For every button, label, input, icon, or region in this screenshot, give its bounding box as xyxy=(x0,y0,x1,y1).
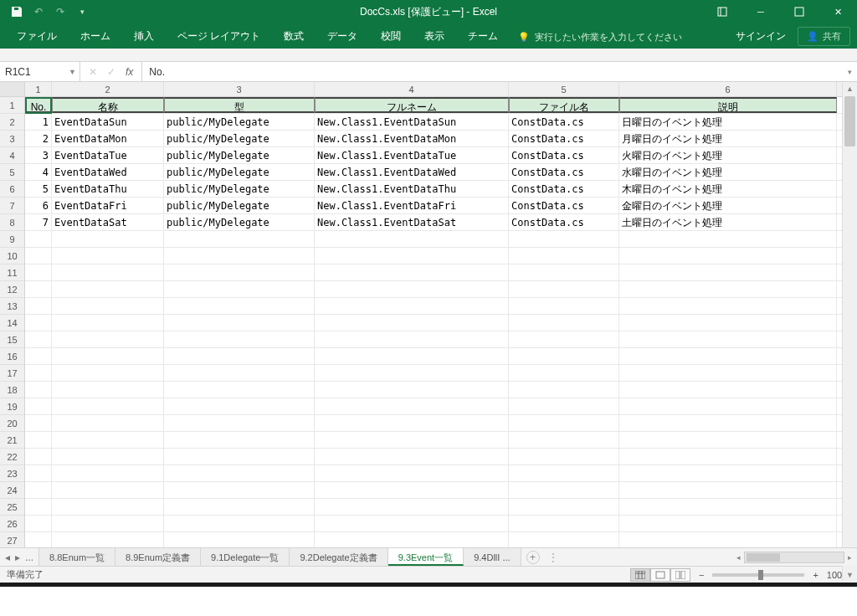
sheet-nav-ellipsis[interactable]: ... xyxy=(25,552,33,563)
cell[interactable]: New.Class1.EventDataThu xyxy=(315,181,509,197)
cell[interactable] xyxy=(619,516,837,531)
cell[interactable]: EventDataTue xyxy=(52,147,164,163)
cell[interactable] xyxy=(315,382,509,398)
col-header[interactable]: 2 xyxy=(52,82,164,96)
cell[interactable] xyxy=(25,331,52,347)
cell[interactable]: 1 xyxy=(25,114,52,130)
cell[interactable] xyxy=(509,298,619,314)
redo-icon[interactable]: ↷ xyxy=(54,5,67,18)
cell[interactable] xyxy=(164,415,315,431)
cell[interactable] xyxy=(315,532,509,547)
zoom-in-button[interactable]: + xyxy=(813,570,818,580)
row-header[interactable]: 16 xyxy=(0,348,24,365)
cell[interactable] xyxy=(619,298,837,314)
sheet-tab[interactable]: 9.3Event一覧 xyxy=(388,548,464,566)
hscrollbar-thumb[interactable] xyxy=(747,553,780,562)
cell[interactable] xyxy=(52,315,164,331)
cell[interactable]: 木曜日のイベント処理 xyxy=(619,181,837,197)
ribbon-tab-7[interactable]: 表示 xyxy=(413,24,456,49)
row-header[interactable]: 25 xyxy=(0,499,24,516)
cell[interactable]: public/MyDelegate xyxy=(164,114,315,130)
cell[interactable]: EventDataSun xyxy=(52,114,164,130)
cell[interactable] xyxy=(619,499,837,515)
row-header[interactable]: 14 xyxy=(0,315,24,331)
cell[interactable]: EventDataSat xyxy=(52,214,164,230)
cell[interactable] xyxy=(315,264,509,280)
cell[interactable]: 5 xyxy=(25,181,52,197)
col-header[interactable]: 3 xyxy=(164,82,315,96)
cell[interactable] xyxy=(509,331,619,347)
cell[interactable] xyxy=(619,532,837,547)
zoom-out-button[interactable]: − xyxy=(699,570,704,580)
cell[interactable] xyxy=(25,516,52,531)
cell[interactable] xyxy=(52,348,164,364)
row-header[interactable]: 20 xyxy=(0,415,24,432)
chevron-down-icon[interactable]: ▼ xyxy=(69,68,76,76)
cell[interactable] xyxy=(164,298,315,314)
cell[interactable]: 火曜日のイベント処理 xyxy=(619,147,837,163)
cell[interactable] xyxy=(52,482,164,498)
cell[interactable]: public/MyDelegate xyxy=(164,181,315,197)
cell[interactable] xyxy=(52,264,164,280)
cell[interactable] xyxy=(315,432,509,448)
cell[interactable] xyxy=(619,281,837,297)
ribbon-display-options[interactable] xyxy=(703,0,742,23)
cell[interactable] xyxy=(509,382,619,398)
cell[interactable] xyxy=(315,365,509,381)
zoom-slider-knob[interactable] xyxy=(758,570,763,580)
cell[interactable] xyxy=(52,382,164,398)
cell[interactable] xyxy=(509,315,619,331)
horizontal-scrollbar[interactable] xyxy=(744,552,844,563)
row-header[interactable]: 23 xyxy=(0,465,24,482)
cell[interactable]: EventDataFri xyxy=(52,198,164,213)
cell[interactable] xyxy=(52,331,164,347)
cell[interactable] xyxy=(25,315,52,331)
cell[interactable] xyxy=(315,415,509,431)
cell[interactable] xyxy=(25,365,52,381)
view-page-layout-button[interactable] xyxy=(650,568,670,582)
table-header-cell[interactable]: フルネーム xyxy=(315,97,509,113)
ribbon-tab-4[interactable]: 数式 xyxy=(272,24,316,49)
cell[interactable]: public/MyDelegate xyxy=(164,198,315,213)
enter-formula-icon[interactable]: ✓ xyxy=(107,66,115,78)
row-header[interactable]: 6 xyxy=(0,181,24,198)
cell[interactable] xyxy=(619,365,837,381)
cell[interactable]: New.Class1.EventDataWed xyxy=(315,164,509,180)
cell[interactable]: ConstData.cs xyxy=(509,164,619,180)
cell[interactable] xyxy=(619,348,837,364)
cell[interactable] xyxy=(25,398,52,414)
table-header-cell[interactable]: No. xyxy=(25,97,52,113)
cell[interactable] xyxy=(509,231,619,247)
cell[interactable] xyxy=(619,315,837,331)
ribbon-tab-8[interactable]: チーム xyxy=(456,24,510,49)
view-page-break-button[interactable] xyxy=(670,568,690,582)
sheet-tab[interactable]: 9.1Delegate一覧 xyxy=(201,548,290,566)
formula-bar[interactable]: No. ▾ xyxy=(142,62,857,81)
cell[interactable] xyxy=(315,516,509,531)
cell[interactable]: EventDataMon xyxy=(52,131,164,146)
cell[interactable] xyxy=(164,365,315,381)
row-header[interactable]: 19 xyxy=(0,398,24,415)
cell[interactable]: New.Class1.EventDataFri xyxy=(315,198,509,213)
cell[interactable] xyxy=(164,264,315,280)
cell[interactable] xyxy=(315,398,509,414)
close-button[interactable]: ✕ xyxy=(819,0,857,23)
row-header[interactable]: 27 xyxy=(0,532,24,549)
row-header[interactable]: 3 xyxy=(0,131,24,147)
cell[interactable] xyxy=(619,415,837,431)
cell[interactable]: 7 xyxy=(25,214,52,230)
cell[interactable]: 3 xyxy=(25,147,52,163)
cell[interactable] xyxy=(25,499,52,515)
cell[interactable] xyxy=(164,465,315,481)
cell[interactable]: public/MyDelegate xyxy=(164,131,315,146)
cell[interactable] xyxy=(25,348,52,364)
row-header[interactable]: 10 xyxy=(0,248,24,264)
scroll-up-icon[interactable]: ▲ xyxy=(843,83,857,93)
expand-formula-icon[interactable]: ▾ xyxy=(848,68,852,76)
cell[interactable] xyxy=(315,231,509,247)
cell[interactable] xyxy=(52,248,164,264)
cell[interactable] xyxy=(52,365,164,381)
sign-in-link[interactable]: サインイン xyxy=(736,29,786,44)
cell[interactable] xyxy=(52,415,164,431)
cell[interactable] xyxy=(52,281,164,297)
